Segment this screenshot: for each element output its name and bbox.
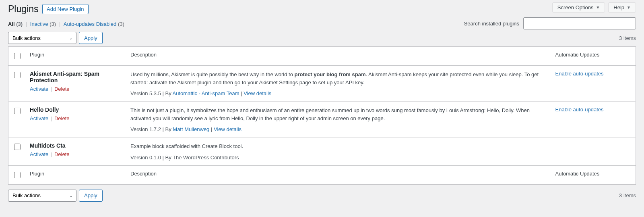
help-label: Help [613,4,624,10]
table-row: Hello Dolly Activate | Delete This is no… [8,102,636,138]
delete-link[interactable]: Delete [54,115,70,121]
select-all-top[interactable] [14,53,21,59]
plugin-meta: Version 5.3.5 | By Automattic - Anti-spa… [130,90,547,96]
help-button[interactable]: Help ▼ [608,2,636,13]
filter-inactive[interactable]: Inactive (3) [30,21,56,27]
table-row: Multidots Cta Activate | Delete Example … [8,138,636,166]
plugin-name: Hello Dolly [30,106,122,113]
row-checkbox[interactable] [14,108,21,114]
delete-link[interactable]: Delete [54,151,70,157]
plugin-meta: Version 1.7.2 | By Matt Mullenweg | View… [130,126,547,132]
delete-link[interactable]: Delete [54,86,70,92]
bulk-actions-select-bottom[interactable]: Bulk actions [8,190,76,202]
plugins-table: Plugin Description Automatic Updates Aki… [8,46,636,185]
apply-button-top[interactable]: Apply [79,32,103,44]
enable-auto-updates-link[interactable]: Enable auto-updates [555,106,604,113]
column-auto-updates: Automatic Updates [551,47,636,66]
column-plugin: Plugin [26,47,126,66]
activate-link[interactable]: Activate [30,115,48,121]
column-description: Description [126,47,551,66]
plugin-description: Used by millions, Akismet is quite possi… [130,71,547,86]
column-plugin-foot: Plugin [26,165,126,184]
plugin-description: This is not just a plugin, it symbolizes… [130,106,547,122]
row-checkbox[interactable] [14,72,21,78]
add-new-plugin-button[interactable]: Add New Plugin [42,4,89,14]
plugin-name: Akismet Anti-spam: Spam Protection [30,71,122,83]
search-label: Search installed plugins [464,21,519,27]
activate-link[interactable]: Activate [30,151,48,157]
plugin-name: Multidots Cta [30,142,122,149]
screen-options-label: Screen Options [557,4,594,10]
plugin-meta: Version 0.1.0 | By The WordPress Contrib… [130,154,547,161]
filter-auto-updates-disabled[interactable]: Auto-updates Disabled (3) [64,21,124,27]
view-details-link[interactable]: View details [214,126,242,132]
column-description-foot: Description [126,165,551,184]
author-link[interactable]: Matt Mullenweg [173,126,209,132]
filter-all[interactable]: All (3) [8,21,23,27]
select-all-bottom[interactable] [14,172,21,178]
search-input[interactable] [523,17,636,29]
enable-auto-updates-link[interactable]: Enable auto-updates [555,71,604,77]
table-row: Akismet Anti-spam: Spam Protection Activ… [8,66,636,102]
author-link[interactable]: Automattic - Anti-spam Team [173,90,239,96]
screen-options-button[interactable]: Screen Options ▼ [552,2,605,13]
column-auto-updates-foot: Automatic Updates [551,165,636,184]
activate-link[interactable]: Activate [30,86,48,92]
bulk-actions-select-top[interactable]: Bulk actions [8,32,76,44]
view-details-link[interactable]: View details [244,90,271,96]
items-count-bottom: 3 items [619,192,636,198]
items-count-top: 3 items [619,35,636,41]
apply-button-bottom[interactable]: Apply [79,190,103,202]
row-checkbox[interactable] [14,144,21,150]
caret-down-icon: ▼ [627,5,631,10]
caret-down-icon: ▼ [596,5,600,10]
page-title: Plugins [8,0,38,16]
plugin-description: Example block scaffolded with Create Blo… [130,142,547,150]
